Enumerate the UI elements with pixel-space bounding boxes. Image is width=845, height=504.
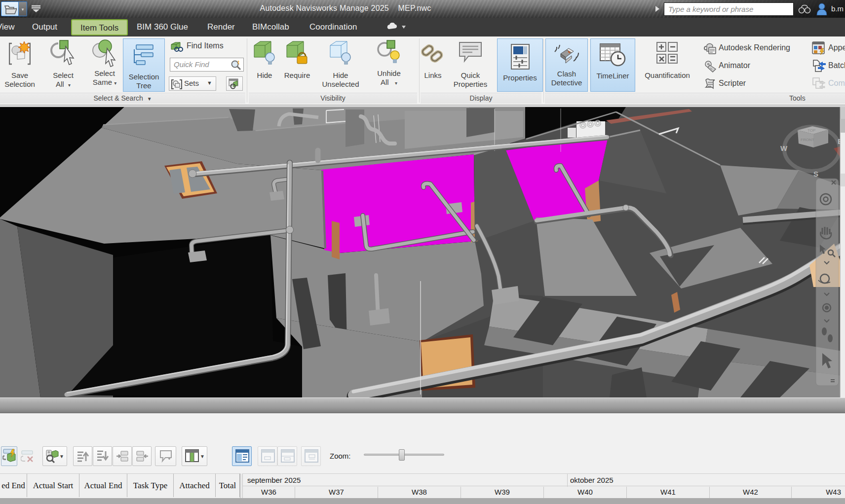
svg-text:TOP: TOP <box>807 128 815 133</box>
svg-text:FRONT: FRONT <box>801 138 814 142</box>
svg-text:S: S <box>813 170 818 178</box>
svg-text:W: W <box>780 144 788 152</box>
